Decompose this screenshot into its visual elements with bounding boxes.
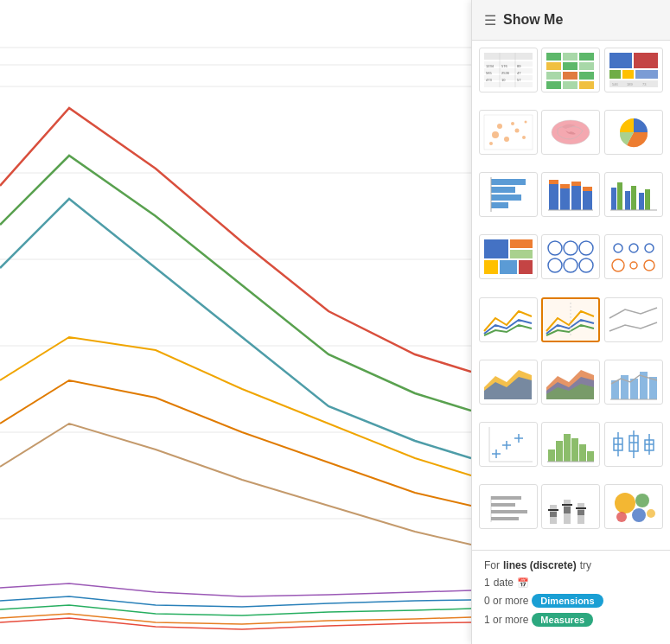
chart-type-side-by-side-bars[interactable] — [604, 172, 663, 217]
svg-point-147 — [632, 508, 646, 522]
svg-rect-58 — [491, 194, 521, 201]
footer-try-label: try — [580, 559, 591, 571]
svg-point-88 — [579, 258, 593, 272]
chart-type-box-whisker[interactable] — [604, 422, 663, 467]
svg-point-89 — [614, 244, 622, 252]
svg-point-50 — [522, 136, 526, 139]
svg-rect-71 — [617, 182, 622, 210]
footer-meas-count: 1 or more — [484, 614, 528, 626]
svg-text:10: 10 — [501, 78, 506, 82]
chart-type-side-by-side-circles[interactable] — [604, 234, 663, 279]
svg-rect-8 — [484, 53, 533, 60]
svg-point-94 — [644, 260, 654, 271]
svg-text:47: 47 — [517, 71, 521, 75]
show-me-icon: ☰ — [484, 12, 496, 29]
chart-type-text-table[interactable]: 1234 576 89 565 2536 47 473 10 57 — [479, 48, 538, 92]
svg-rect-66 — [560, 184, 570, 188]
chart-type-area-continuous[interactable] — [479, 360, 538, 405]
svg-rect-72 — [625, 191, 630, 210]
chart-type-grid: 1234 576 89 565 2536 47 473 10 57 — [472, 41, 670, 550]
svg-rect-116 — [556, 441, 563, 462]
svg-rect-140 — [564, 507, 571, 513]
footer-date-count: 1 — [484, 577, 490, 589]
svg-rect-75 — [645, 189, 650, 210]
svg-text:189: 189 — [627, 82, 633, 86]
svg-rect-74 — [639, 193, 644, 210]
svg-rect-68 — [583, 187, 592, 191]
svg-rect-80 — [484, 260, 498, 274]
svg-rect-40 — [635, 70, 658, 79]
footer-date-unit: date — [494, 577, 514, 589]
svg-text:576: 576 — [501, 64, 507, 68]
svg-point-92 — [612, 259, 624, 271]
chart-type-treemap[interactable] — [479, 234, 538, 279]
chart-type-heat-map[interactable]: 546 189 73 — [604, 48, 663, 92]
chart-type-horizontal-bars[interactable] — [479, 172, 538, 217]
svg-rect-70 — [611, 188, 616, 210]
chart-type-filled-map[interactable] — [541, 110, 600, 155]
svg-rect-59 — [491, 202, 508, 208]
chart-type-discrete-lines[interactable] — [541, 297, 600, 342]
chart-type-area-discrete[interactable] — [541, 360, 600, 405]
svg-text:2536: 2536 — [501, 71, 510, 75]
svg-point-52 — [525, 121, 527, 124]
show-me-title: Show Me — [503, 12, 563, 28]
svg-rect-24 — [546, 53, 561, 61]
svg-rect-137 — [550, 512, 557, 517]
svg-point-84 — [564, 241, 577, 255]
svg-rect-35 — [579, 81, 594, 89]
svg-point-149 — [647, 509, 655, 518]
svg-point-90 — [629, 244, 638, 252]
svg-rect-56 — [491, 179, 526, 185]
svg-rect-63 — [571, 186, 581, 210]
svg-point-47 — [492, 131, 499, 138]
show-me-panel: ☰ Show Me 1234 576 89 565 2536 47 473 10 — [471, 0, 670, 644]
svg-point-45 — [497, 124, 502, 129]
footer-chart-type: lines (discrete) — [503, 559, 577, 571]
svg-rect-73 — [631, 186, 636, 210]
footer-for-label: For — [484, 559, 500, 571]
footer-dim-count: 0 or more — [484, 595, 528, 607]
chart-type-bullet[interactable] — [541, 484, 600, 529]
chart-type-highlight-table[interactable] — [541, 48, 600, 92]
svg-point-93 — [630, 262, 637, 269]
svg-rect-25 — [563, 53, 577, 61]
svg-point-145 — [615, 493, 635, 513]
svg-point-48 — [515, 129, 520, 133]
chart-type-histogram[interactable] — [541, 422, 600, 467]
chart-type-dual-lines[interactable] — [604, 297, 663, 342]
chart-type-continuous-lines[interactable] — [479, 297, 538, 342]
chart-type-gantt[interactable] — [479, 484, 538, 529]
chart-type-symbol-map[interactable] — [479, 110, 538, 155]
line-chart-svg — [0, 0, 471, 644]
chart-type-dual-combination[interactable] — [604, 360, 663, 405]
footer-requirement-measures: 1 or more Measures — [484, 613, 658, 627]
show-me-header: ☰ Show Me — [472, 0, 670, 41]
svg-rect-29 — [579, 62, 594, 70]
svg-text:546: 546 — [612, 82, 618, 86]
svg-point-83 — [548, 241, 562, 255]
svg-rect-30 — [546, 72, 561, 80]
svg-point-146 — [635, 494, 649, 507]
svg-rect-34 — [563, 81, 577, 89]
svg-rect-26 — [579, 53, 594, 61]
svg-rect-57 — [491, 187, 515, 193]
svg-rect-39 — [622, 70, 634, 79]
svg-point-46 — [511, 122, 514, 125]
svg-rect-77 — [484, 239, 508, 258]
chart-type-scatter-plot[interactable] — [479, 422, 538, 467]
svg-text:89: 89 — [517, 64, 521, 68]
chart-type-pie[interactable] — [604, 110, 663, 155]
svg-rect-36 — [609, 53, 632, 68]
svg-rect-37 — [634, 53, 658, 68]
svg-rect-31 — [563, 72, 577, 80]
dimensions-badge: Dimensions — [532, 594, 603, 608]
show-me-footer: For lines (discrete) try 1 date 📅 0 or m… — [472, 550, 670, 644]
svg-rect-67 — [571, 182, 581, 186]
svg-point-51 — [489, 142, 493, 145]
chart-type-stacked-bars[interactable] — [541, 172, 600, 217]
svg-rect-65 — [549, 180, 558, 184]
svg-rect-118 — [571, 438, 578, 462]
chart-type-packed-bubbles[interactable] — [604, 484, 663, 529]
chart-type-circle-views[interactable] — [541, 234, 600, 279]
